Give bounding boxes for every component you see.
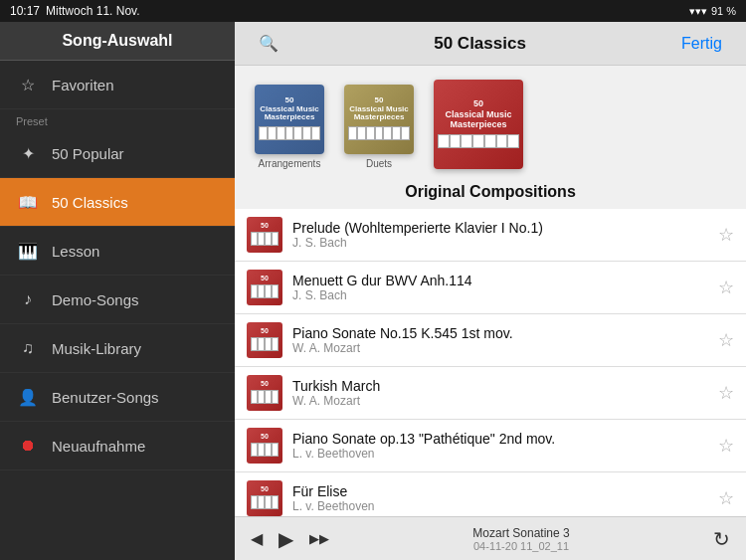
status-left: 10:17 Mittwoch 11. Nov. [10, 4, 140, 18]
album-img-original: 50Classical MusicMasterpieces [434, 80, 523, 169]
sidebar-label-50classics: 50 Classics [52, 194, 128, 211]
song-thumb-4: 50 [247, 375, 282, 411]
sidebar: Song-Auswahl ☆ Favoriten Preset ✦ 50 Pop… [0, 22, 235, 560]
albums-row: 50Classical MusicMasterpieces Arrangemen… [235, 66, 746, 179]
sidebar-label-50popular: 50 Popular [52, 145, 124, 162]
favorite-star-2[interactable]: ☆ [718, 277, 734, 298]
album-arrangements[interactable]: 50Classical MusicMasterpieces Arrangemen… [255, 85, 324, 169]
status-bar: 10:17 Mittwoch 11. Nov. ▾▾▾ 91 % [0, 0, 746, 22]
album-cover-arrangements: 50Classical MusicMasterpieces [255, 85, 324, 154]
song-title-2: Menuett G dur BWV Anh.114 [292, 273, 708, 288]
player-track: Mozart Sonatine 3 [341, 526, 701, 540]
content-title: 50 Classics [286, 34, 673, 54]
song-thumb-1: 50 [247, 217, 282, 253]
sidebar-label-library: Musik-Library [52, 340, 141, 357]
song-composer-5: L. v. Beethoven [292, 447, 708, 461]
sidebar-item-demo-songs[interactable]: ♪ Demo-Songs [0, 276, 235, 324]
section-heading: Original Compositions [235, 179, 746, 209]
song-title-3: Piano Sonate No.15 K.545 1st mov. [292, 325, 708, 341]
favorite-star-1[interactable]: ☆ [718, 224, 734, 246]
star-icon: ☆ [16, 73, 40, 96]
repeat-button[interactable]: ↻ [713, 527, 730, 551]
song-composer-2: J. S. Bach [292, 288, 708, 302]
song-thumb-5: 50 [247, 428, 282, 464]
song-title-6: Für Elise [292, 483, 708, 499]
battery-status: 91 % [711, 5, 736, 17]
lesson-icon: 🎹 [16, 239, 40, 263]
sidebar-item-benutzer-songs[interactable]: 👤 Benutzer-Songs [0, 373, 235, 422]
player-bar: ◀ ▶ ▶▶ Mozart Sonatine 3 04-11-20 11_02_… [235, 516, 746, 560]
status-time: 10:17 [10, 4, 40, 18]
song-composer-4: W. A. Mozart [292, 394, 708, 408]
sidebar-header: Song-Auswahl [0, 22, 235, 61]
album-img-duets: 50Classical MusicMasterpieces [344, 85, 414, 154]
song-thumb-6: 50 [247, 480, 282, 516]
song-info-1: Prelude (Wohltemperierte Klavier I No.1)… [292, 220, 708, 250]
sidebar-label-benutzer: Benutzer-Songs [52, 389, 159, 406]
status-right: ▾▾▾ 91 % [689, 5, 736, 18]
album-cover-duets: 50Classical MusicMasterpieces [344, 85, 414, 154]
song-composer-6: L. v. Beethoven [292, 499, 708, 513]
song-title-5: Piano Sonate op.13 "Pathétique" 2nd mov. [292, 431, 708, 447]
player-info: Mozart Sonatine 3 04-11-20 11_02_11 [341, 526, 701, 552]
sidebar-item-50classics[interactable]: 📖 50 Classics [0, 178, 235, 227]
song-info-3: Piano Sonate No.15 K.545 1st mov. W. A. … [292, 325, 708, 355]
song-title-4: Turkish March [292, 378, 708, 394]
song-composer-3: W. A. Mozart [292, 341, 708, 355]
favorite-star-4[interactable]: ☆ [718, 382, 734, 404]
wifi-icon: ▾▾▾ [689, 5, 707, 18]
song-composer-1: J. S. Bach [292, 236, 708, 250]
popular-icon: ✦ [16, 141, 40, 165]
album-cover-original: 50Classical MusicMasterpieces [434, 80, 523, 169]
song-thumb-2: 50 [247, 270, 282, 305]
next-button[interactable]: ▶▶ [309, 531, 329, 546]
main-container: Song-Auswahl ☆ Favoriten Preset ✦ 50 Pop… [0, 22, 746, 560]
favorite-star-6[interactable]: ☆ [718, 487, 734, 509]
song-thumb-3: 50 [247, 322, 282, 358]
album-label-duets: Duets [366, 158, 392, 169]
song-item-3[interactable]: 50 Piano Sonate No.15 K.545 1st mov. W. … [235, 314, 746, 367]
song-item-1[interactable]: 50 Prelude (Wohltemperierte Klavier I No… [235, 209, 746, 262]
song-info-4: Turkish March W. A. Mozart [292, 378, 708, 408]
song-list[interactable]: 50 Prelude (Wohltemperierte Klavier I No… [235, 209, 746, 516]
content-area: 🔍 50 Classics Fertig 50Classical MusicMa… [235, 22, 746, 560]
done-button[interactable]: Fertig [673, 31, 730, 57]
sidebar-item-favoriten[interactable]: ☆ Favoriten [0, 61, 235, 109]
song-item-4[interactable]: 50 Turkish March W. A. Mozart ☆ [235, 367, 746, 420]
album-label-arrangements: Arrangements [259, 158, 321, 169]
sidebar-label-demo: Demo-Songs [52, 291, 139, 308]
sidebar-preset-label: Preset [0, 109, 235, 129]
sidebar-label-favoriten: Favoriten [52, 77, 114, 93]
player-controls: ◀ ▶ ▶▶ [251, 527, 329, 551]
player-date: 04-11-20 11_02_11 [341, 540, 701, 552]
sidebar-item-musik-library[interactable]: ♫ Musik-Library [0, 324, 235, 373]
prev-button[interactable]: ◀ [251, 529, 263, 548]
song-item-6[interactable]: 50 Für Elise L. v. Beethoven ☆ [235, 472, 746, 516]
song-item-5[interactable]: 50 Piano Sonate op.13 "Pathétique" 2nd m… [235, 420, 746, 472]
status-day: Mittwoch 11. Nov. [46, 4, 139, 18]
sidebar-item-neuaufnahme[interactable]: ⏺ Neuaufnahme [0, 422, 235, 470]
record-icon: ⏺ [16, 434, 40, 458]
song-info-5: Piano Sonate op.13 "Pathétique" 2nd mov.… [292, 431, 708, 461]
favorite-star-3[interactable]: ☆ [718, 329, 734, 351]
user-icon: 👤 [16, 385, 40, 409]
sidebar-title: Song-Auswahl [62, 32, 172, 49]
play-button[interactable]: ▶ [279, 527, 293, 551]
favorite-star-5[interactable]: ☆ [718, 435, 734, 457]
content-header: 🔍 50 Classics Fertig [235, 22, 746, 66]
song-item-2[interactable]: 50 Menuett G dur BWV Anh.114 J. S. Bach … [235, 262, 746, 314]
sidebar-label-lesson: Lesson [52, 243, 99, 260]
demo-icon: ♪ [16, 287, 40, 311]
sidebar-item-50popular[interactable]: ✦ 50 Popular [0, 129, 235, 178]
classics-icon: 📖 [16, 190, 40, 214]
album-original[interactable]: 50Classical MusicMasterpieces [434, 80, 523, 169]
search-button[interactable]: 🔍 [251, 30, 286, 57]
sidebar-item-lesson[interactable]: 🎹 Lesson [0, 227, 235, 276]
album-img-arrangements: 50Classical MusicMasterpieces [255, 85, 324, 154]
song-info-2: Menuett G dur BWV Anh.114 J. S. Bach [292, 273, 708, 302]
library-icon: ♫ [16, 336, 40, 360]
song-title-1: Prelude (Wohltemperierte Klavier I No.1) [292, 220, 708, 236]
song-info-6: Für Elise L. v. Beethoven [292, 483, 708, 513]
album-duets[interactable]: 50Classical MusicMasterpieces Duets [344, 85, 414, 169]
sidebar-label-neuaufnahme: Neuaufnahme [52, 438, 145, 455]
